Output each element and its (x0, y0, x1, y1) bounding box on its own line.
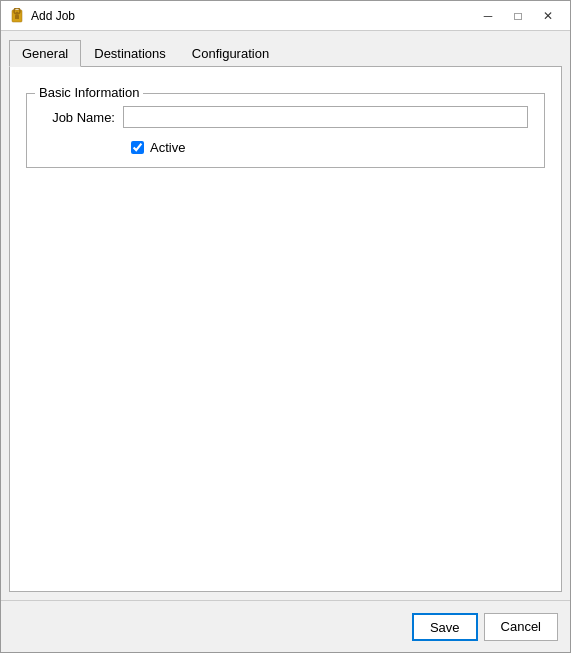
tab-panel-general: Basic Information Job Name: Active (9, 67, 562, 592)
tab-configuration[interactable]: Configuration (179, 40, 282, 67)
footer: Save Cancel (1, 600, 570, 652)
active-row: Active (131, 140, 528, 155)
content-area: General Destinations Configuration Basic… (1, 31, 570, 600)
basic-information-group: Basic Information Job Name: Active (26, 93, 545, 168)
cancel-button[interactable]: Cancel (484, 613, 558, 641)
close-button[interactable]: ✕ (534, 6, 562, 26)
group-legend: Basic Information (35, 85, 143, 100)
save-button[interactable]: Save (412, 613, 478, 641)
job-name-label: Job Name: (43, 110, 123, 125)
svg-point-3 (16, 11, 19, 14)
window-icon (9, 8, 25, 24)
active-checkbox[interactable] (131, 141, 144, 154)
tab-bar: General Destinations Configuration (9, 39, 562, 67)
title-bar: Add Job ─ □ ✕ (1, 1, 570, 31)
window-controls: ─ □ ✕ (474, 6, 562, 26)
tab-destinations[interactable]: Destinations (81, 40, 179, 67)
minimize-button[interactable]: ─ (474, 6, 502, 26)
maximize-button[interactable]: □ (504, 6, 532, 26)
job-name-row: Job Name: (43, 106, 528, 128)
job-name-input[interactable] (123, 106, 528, 128)
tab-general[interactable]: General (9, 40, 81, 67)
active-label[interactable]: Active (150, 140, 185, 155)
main-window: Add Job ─ □ ✕ General Destinations Confi… (0, 0, 571, 653)
window-title: Add Job (31, 9, 474, 23)
svg-rect-2 (15, 15, 19, 19)
